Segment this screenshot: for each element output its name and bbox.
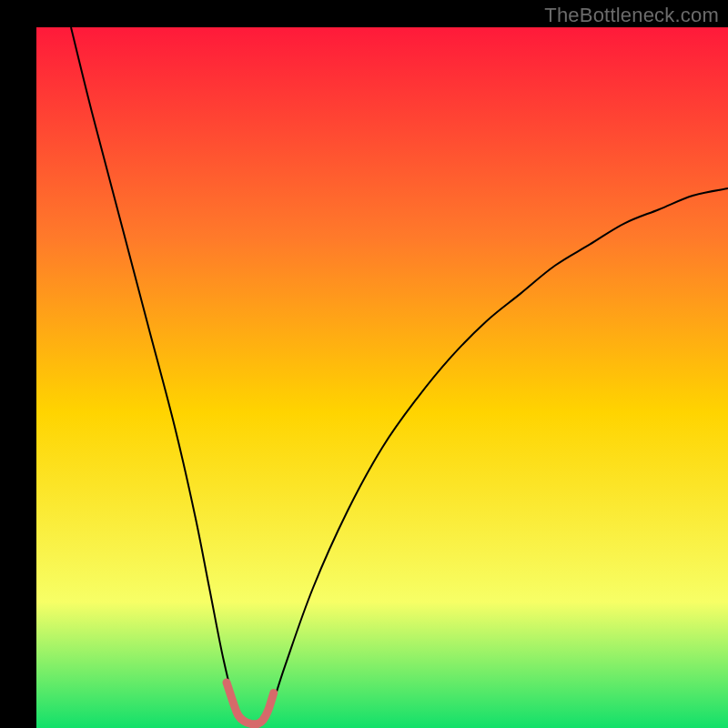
gradient-background [36,27,728,728]
chart-frame: TheBottleneck.com [0,0,728,728]
plot-area [36,27,728,728]
watermark-text: TheBottleneck.com [544,4,719,27]
chart-svg [36,27,728,728]
